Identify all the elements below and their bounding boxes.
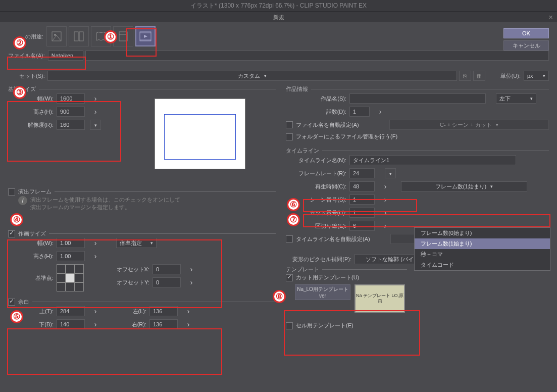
work-title-input[interactable] <box>349 93 486 104</box>
timeline-name-input[interactable] <box>349 155 516 165</box>
ratio-mode-select[interactable]: 倍率指定 <box>116 238 157 248</box>
height-label: 高さ(H): <box>8 108 54 116</box>
cel-template-label: セル用テンプレート(E) <box>296 322 353 329</box>
svg-point-1 <box>54 34 56 36</box>
cut-input[interactable] <box>349 208 375 218</box>
playtime-label: 再生時間(C): <box>286 183 346 190</box>
template-legend: テンプレート <box>286 266 322 273</box>
folder-mgmt-label: フォルダーによるファイル管理を行う(F) <box>296 133 397 140</box>
use-animation-icon[interactable] <box>135 26 156 46</box>
svg-rect-8 <box>140 39 151 41</box>
margin-top-more[interactable] <box>90 306 101 316</box>
annotation-2: ② <box>13 36 26 50</box>
annotation-7: ⑦ <box>287 213 300 226</box>
dropdown-item-1[interactable]: フレーム数(1始まり) <box>415 238 550 249</box>
use-comic-icon[interactable] <box>69 26 89 46</box>
playtime-more[interactable] <box>380 181 391 191</box>
direction-note1: 演出フレームを使用する場合は、このチェックをオンにして <box>30 196 180 204</box>
filename-input[interactable] <box>48 51 83 61</box>
dropdown-item-2[interactable]: 秒＋コマ <box>415 249 550 260</box>
info-icon: i <box>18 196 27 205</box>
close-icon[interactable]: ✕ <box>548 12 553 23</box>
folder-mgmt-checkbox[interactable] <box>286 133 293 140</box>
margin-left-more[interactable] <box>183 306 194 316</box>
dropdown-item-3[interactable]: タイムコード <box>415 260 550 270</box>
direction-frame-checkbox[interactable] <box>8 188 15 195</box>
cut-template-name-button[interactable]: Na_LO用テンプレートver <box>295 284 350 300</box>
resolution-input[interactable] <box>57 120 85 130</box>
work-use-label: の用途: <box>25 33 43 40</box>
width-more-button[interactable] <box>90 93 101 104</box>
framerate-dropdown[interactable] <box>385 168 396 178</box>
draw-size-legend: 作画サイズ <box>8 230 49 237</box>
unit-label: 単位(U): <box>500 72 521 80</box>
margin-top-input[interactable] <box>57 306 85 316</box>
anchor-grid[interactable] <box>57 264 84 291</box>
preset-save-icon[interactable]: ⎘ <box>459 71 471 81</box>
annotation-5: ⑤ <box>10 310 23 323</box>
work-info-legend: 作品情報 <box>286 85 311 93</box>
cel-template-checkbox[interactable] <box>286 322 293 329</box>
draw-height-input[interactable] <box>57 251 85 261</box>
draw-width-more[interactable] <box>90 238 101 248</box>
annotation-3: ③ <box>13 86 26 99</box>
divider-more[interactable] <box>380 221 391 231</box>
auto-filename-pattern-select[interactable]: C- + シーン + カット <box>389 120 549 130</box>
width-input[interactable] <box>57 93 85 104</box>
annotation-1: ① <box>104 30 117 43</box>
offsetx-input[interactable] <box>153 264 181 274</box>
direction-frame-group: 演出フレーム i 演出フレームを使用する場合は、このチェックをオンにして 演出フ… <box>8 191 276 213</box>
use-illustration-icon[interactable] <box>46 26 67 46</box>
svg-rect-3 <box>79 32 83 41</box>
margin-right-more[interactable] <box>183 319 194 329</box>
draw-width-input[interactable] <box>57 238 85 248</box>
unit-select[interactable]: px <box>524 71 549 81</box>
playtime-unit-value: フレーム数(1始まり) <box>435 183 486 190</box>
divider-input[interactable] <box>349 221 375 231</box>
auto-filename-pattern: C- + シーン + カット <box>440 121 492 129</box>
height-more-button[interactable] <box>90 107 101 117</box>
margin-checkbox[interactable] <box>8 299 15 306</box>
filename-label: ファイル名(A): <box>8 52 45 60</box>
margin-bottom-more[interactable] <box>90 319 101 329</box>
timeline-name-label: タイムライン名(N): <box>286 157 346 164</box>
playtime-input[interactable] <box>349 181 375 191</box>
preset-select[interactable]: カスタム <box>47 71 457 81</box>
resolution-dropdown-button[interactable] <box>90 120 101 130</box>
episode-more[interactable] <box>375 107 386 117</box>
scene-input[interactable] <box>349 194 375 205</box>
title-position-value: 左下 <box>499 95 511 103</box>
timeline-legend: タイムライン <box>286 147 322 155</box>
dropdown-item-0[interactable]: フレーム数(0始まり) <box>415 228 550 238</box>
offsety-input[interactable] <box>153 277 181 287</box>
auto-filename-checkbox[interactable] <box>286 121 293 128</box>
draw-height-more[interactable] <box>90 251 101 261</box>
margin-left-label: 左(L): <box>116 308 146 315</box>
margin-right-input[interactable] <box>149 319 178 329</box>
auto-timeline-label: タイムライン名を自動設定(A) <box>296 235 370 243</box>
draw-height-label: 高さ(H): <box>8 253 54 260</box>
margin-bottom-input[interactable] <box>57 319 85 329</box>
margin-right-label: 右(R): <box>116 321 146 328</box>
playtime-unit-select[interactable]: フレーム数(1始まり) <box>401 181 527 191</box>
cut-template-checkbox[interactable] <box>286 274 293 281</box>
auto-timeline-checkbox[interactable] <box>286 235 293 242</box>
annotation-6: ⑥ <box>287 198 300 211</box>
offsety-label: オフセットY: <box>114 279 149 286</box>
height-input[interactable] <box>57 107 85 117</box>
framerate-input[interactable] <box>349 168 375 178</box>
playtime-unit-dropdown-menu: フレーム数(0始まり) フレーム数(1始まり) 秒＋コマ タイムコード <box>414 227 550 271</box>
preset-delete-icon[interactable]: 🗑 <box>473 71 485 81</box>
svg-rect-7 <box>140 32 151 33</box>
margin-left-input[interactable] <box>149 306 178 316</box>
offsetx-more[interactable] <box>186 264 197 274</box>
ratio-mode-value: 倍率指定 <box>120 239 142 247</box>
resolution-label: 解像度(R): <box>8 121 54 129</box>
cut-more[interactable] <box>380 208 391 218</box>
direction-note2: 演出フレームのマージンを指定します。 <box>30 204 180 211</box>
scene-more[interactable] <box>380 194 391 205</box>
title-position-select[interactable]: 左下 <box>496 93 536 104</box>
episode-input[interactable] <box>349 107 370 117</box>
offsety-more[interactable] <box>186 277 197 287</box>
draw-size-checkbox[interactable] <box>8 230 15 237</box>
